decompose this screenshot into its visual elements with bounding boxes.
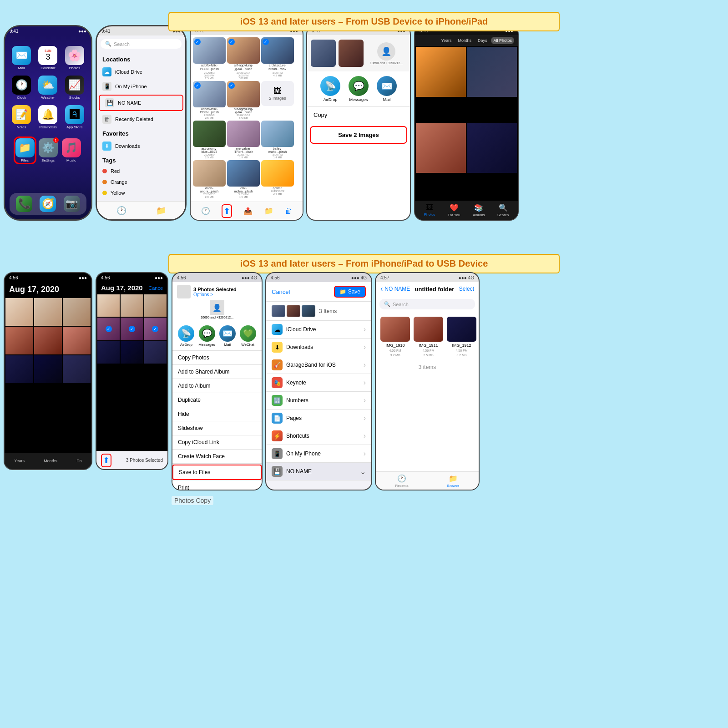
app-clock[interactable]: 🕐 Clock (11, 76, 32, 100)
bs3-wechat[interactable]: 💚 WeChat (240, 325, 256, 347)
bs4-save-btn[interactable]: 📁 Save (334, 286, 366, 298)
action-slideshow[interactable]: Slideshow (172, 421, 262, 435)
bs5-select-btn[interactable]: Select (459, 286, 474, 292)
copy-action[interactable]: Copy (307, 107, 410, 123)
file-item-9[interactable]: daria-andra...plash 2020/2/102.9 MB (193, 160, 226, 198)
app-notes[interactable]: 📝 Notes (11, 105, 32, 129)
dock-camera[interactable]: 📷 (64, 196, 80, 212)
photos-bottom-search[interactable]: 🔍 Search (497, 203, 509, 217)
all-photos-tab[interactable]: All Photos (491, 37, 514, 44)
file-item-8[interactable]: bailey-maho...plash 3:09 PM1.4 MB (261, 121, 294, 159)
app-weather[interactable]: ⛅ Weather (37, 76, 58, 100)
dock-safari[interactable]: 🧭 (40, 196, 56, 212)
bs2-share-icon[interactable]: ⬆ (101, 454, 111, 467)
photo-night-1[interactable] (5, 355, 33, 383)
airdrop-btn[interactable]: 📡 AirDrop (320, 76, 340, 102)
photo-bridge-2[interactable] (34, 327, 62, 354)
search-bar[interactable]: 🔍 Search (101, 39, 182, 49)
app-files[interactable]: 📁 Files (15, 138, 35, 162)
browse-icon[interactable]: 📁 (156, 206, 166, 216)
sidebar-no-name[interactable]: 💾 NO NAME (99, 95, 183, 111)
file-item-6[interactable]: astronomy-blue...8528 2020/8/92.5 MB (193, 121, 226, 159)
app-calendar[interactable]: SUN 3 Calendar (37, 46, 58, 70)
photo-cell-1[interactable] (416, 47, 466, 97)
bs5-search[interactable]: 🔍 Search (379, 299, 475, 309)
days-btn-bs1[interactable]: Da (76, 459, 82, 463)
action-add-shared[interactable]: Add to Shared Album (172, 365, 262, 379)
years-tab[interactable]: Years (439, 37, 454, 44)
file-item-10[interactable]: erik-mclea...plash 3:05 PM4.5 MB (227, 160, 260, 198)
bs2-photo-7[interactable] (97, 341, 120, 364)
messages-btn[interactable]: 💬 Messages (349, 76, 369, 102)
sidebar-on-my-iphone[interactable]: 📱 On My iPhone (97, 79, 185, 94)
file-item-7[interactable]: ave-calvar-ITRoH...plash 2020/7/221.9 MB (227, 121, 260, 159)
app-music[interactable]: 🎵 Music (62, 138, 81, 162)
bs2-photo-6[interactable]: ✓ (144, 318, 167, 340)
photo-office-1[interactable] (5, 298, 33, 326)
bs4-shortcuts[interactable]: ⚡ Shortcuts › (266, 427, 371, 445)
bs4-no-name[interactable]: 💾 NO NAME ⌄ (266, 463, 371, 480)
sidebar-downloads[interactable]: ⬇ Downloads (97, 139, 185, 153)
file-item-3[interactable]: ✓ architecture-broad...7957 3:05 PM4.3 M… (261, 37, 294, 80)
sidebar-recently-deleted[interactable]: 🗑 Recently Deleted (97, 112, 185, 126)
app-mail[interactable]: ✉️ Mail (11, 46, 32, 70)
bs4-icloud[interactable]: ☁ iCloud Drive › (266, 321, 371, 339)
tag-red[interactable]: Red (97, 166, 185, 177)
bs2-photo-1[interactable] (97, 294, 120, 317)
months-btn-bs1[interactable]: Months (44, 459, 57, 463)
photo-bridge-3[interactable] (63, 327, 91, 354)
bs4-numbers[interactable]: 🔢 Numbers › (266, 392, 371, 410)
bs2-photo-3[interactable] (144, 294, 167, 317)
bs4-garageband[interactable]: 🎸 GarageBand for iOS › (266, 356, 371, 374)
photo-night-2[interactable] (34, 355, 62, 383)
photos-bottom-foryou[interactable]: ❤️ For You (448, 203, 460, 217)
recents-tab-icon[interactable]: 🕐 (201, 207, 210, 215)
dest-file-2[interactable]: IMG_1911 4:56 PM 2.5 MB (414, 317, 443, 357)
bs3-mail[interactable]: ✉️ Mail (219, 325, 236, 347)
photo-office-3[interactable] (63, 298, 91, 326)
bs3-options[interactable]: Options > (193, 292, 237, 297)
dest-file-3[interactable]: IMG_1912 4:56 PM 3.2 MB (447, 317, 476, 357)
photo-cell-4[interactable] (467, 123, 517, 173)
file-item-1[interactable]: ✓ adolfo-felix-PG8N...plash 2020/8/33:05… (193, 37, 226, 80)
action-hide[interactable]: Hide (172, 407, 262, 421)
bs5-recents-tab[interactable]: 🕐 Recents (395, 474, 408, 488)
file-item-11[interactable]: golden 2019/10/222.6 MB (261, 160, 294, 198)
bs2-photo-5[interactable]: ✓ (121, 318, 143, 340)
file-item-4[interactable]: ✓ adolfo-felix-PG8N...plash 2020/8/32.5 … (193, 81, 226, 119)
tag-yellow[interactable]: Yellow (97, 187, 185, 198)
delete-icon[interactable]: 🗑 (285, 207, 292, 215)
photos-bottom-albums[interactable]: 📚 Albums (473, 203, 485, 217)
photo-bridge-1[interactable] (5, 327, 33, 354)
bs5-browse-tab[interactable]: 📁 Browse (447, 474, 460, 488)
days-tab[interactable]: Days (475, 37, 490, 44)
photo-night-3[interactable] (63, 355, 91, 383)
photo-cell-2[interactable] (467, 47, 517, 97)
sidebar-icloud[interactable]: ☁ iCloud Drive (97, 65, 185, 79)
app-settings[interactable]: 1 ⚙️ Settings (39, 138, 58, 162)
bs2-photo-4[interactable]: ✓ (97, 318, 120, 340)
dest-file-1[interactable]: IMG_1910 4:56 PM 3.2 MB (380, 317, 410, 357)
action-add-album[interactable]: Add to Album (172, 379, 262, 393)
mail-btn[interactable]: ✉️ Mail (377, 76, 397, 102)
action-copy-photos[interactable]: Copy Photos (172, 351, 262, 365)
file-item-5[interactable]: ✓ alif-ngoylung-jg-6A...plash 2020/10/14… (227, 81, 260, 119)
action-print[interactable]: Print (172, 481, 262, 490)
tag-orange[interactable]: Orange (97, 177, 185, 187)
file-item-2images[interactable]: 🖼 2 Images (261, 81, 294, 119)
cancel-btn[interactable]: Cance (148, 285, 163, 291)
years-btn-bs1[interactable]: Years (14, 459, 25, 463)
bs4-keynote[interactable]: 🎭 Keynote › (266, 374, 371, 392)
bs2-photo-2[interactable] (121, 294, 143, 317)
dock-phone[interactable]: 📞 (16, 196, 32, 212)
action-duplicate[interactable]: Duplicate (172, 393, 262, 407)
bs4-on-my-iphone[interactable]: 📱 On My iPhone › (266, 445, 371, 463)
bs3-messages[interactable]: 💬 Messages (198, 325, 215, 347)
save-images-btn[interactable]: Save 2 Images (310, 126, 407, 144)
app-stocks[interactable]: 📈 Stocks (64, 76, 85, 100)
folder-icon[interactable]: 📁 (264, 207, 273, 215)
action-watch-face[interactable]: Create Watch Face (172, 450, 262, 464)
action-icloud-link[interactable]: Copy iCloud Link (172, 435, 262, 450)
action-save-to-files[interactable]: Save to Files (172, 465, 262, 480)
bs4-cancel[interactable]: Cancel (272, 288, 290, 295)
